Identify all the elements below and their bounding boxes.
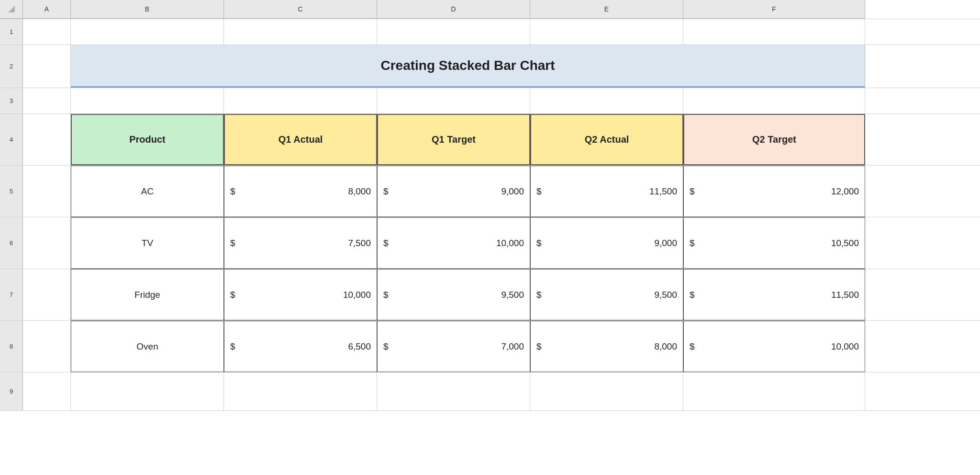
cell-a2[interactable] <box>23 45 71 88</box>
amount-value: 9,000 <box>546 238 677 249</box>
cell-b1[interactable] <box>71 19 224 45</box>
table-cell-q1target-0[interactable]: $ 9,000 <box>377 166 530 217</box>
amount-value: 11,500 <box>699 290 859 300</box>
cell-b9[interactable] <box>71 373 224 410</box>
dollar-sign: $ <box>536 341 542 352</box>
col-header-d[interactable]: D <box>377 0 530 19</box>
cell-b3[interactable] <box>71 88 224 113</box>
cell-a7[interactable] <box>23 269 71 320</box>
col-header-f[interactable]: F <box>683 0 865 19</box>
table-cell-q2target-0[interactable]: $ 12,000 <box>683 166 865 217</box>
cell-a5[interactable] <box>23 166 71 217</box>
table-cell-q1actual-3[interactable]: $ 6,500 <box>224 321 377 372</box>
amount-value: 7,500 <box>239 238 371 249</box>
row-9: 9 <box>0 373 980 411</box>
dollar-sign: $ <box>230 186 235 197</box>
cell-d9[interactable] <box>377 373 530 410</box>
table-cell-q2target-2[interactable]: $ 11,500 <box>683 269 865 320</box>
table-cell-q1target-1[interactable]: $ 10,000 <box>377 217 530 269</box>
dollar-sign: $ <box>536 238 542 249</box>
row-header-2: 2 <box>0 45 23 88</box>
table-cell-q2actual-0[interactable]: $ 11,500 <box>530 166 683 217</box>
dollar-sign: $ <box>230 238 235 249</box>
title-cell: Creating Stacked Bar Chart <box>71 45 865 88</box>
table-header-product: Product <box>71 114 224 165</box>
amount-value: 10,000 <box>239 290 371 300</box>
table-cell-q2target-3[interactable]: $ 10,000 <box>683 321 865 372</box>
cell-e9[interactable] <box>530 373 683 410</box>
cell-d1[interactable] <box>377 19 530 45</box>
row-5: 5 AC $ 8,000 $ 9,000 $ 11,500 $ 12,000 <box>0 166 980 217</box>
row-2: 2 Creating Stacked Bar Chart <box>0 45 980 88</box>
amount-value: 7,000 <box>392 341 524 352</box>
col-header-c[interactable]: C <box>224 0 377 19</box>
cell-a3[interactable] <box>23 88 71 113</box>
cell-f3[interactable] <box>683 88 865 113</box>
amount-value: 6,500 <box>239 341 371 352</box>
dollar-sign: $ <box>690 186 695 197</box>
dollar-sign: $ <box>536 290 542 300</box>
row-6: 6 TV $ 7,500 $ 10,000 $ 9,000 $ 10,500 <box>0 217 980 269</box>
table-cell-q1target-2[interactable]: $ 9,500 <box>377 269 530 320</box>
table-cell-product-0[interactable]: AC <box>71 166 224 217</box>
table-cell-q1target-3[interactable]: $ 7,000 <box>377 321 530 372</box>
col-header-a[interactable]: A <box>23 0 71 19</box>
cell-a6[interactable] <box>23 217 71 269</box>
table-cell-q1actual-0[interactable]: $ 8,000 <box>224 166 377 217</box>
cell-f1[interactable] <box>683 19 865 45</box>
cell-d3[interactable] <box>377 88 530 113</box>
table-header-q2actual: Q2 Actual <box>530 114 683 165</box>
dollar-sign: $ <box>383 238 389 249</box>
amount-value: 9,000 <box>392 186 524 197</box>
dollar-sign: $ <box>383 186 389 197</box>
row-header-3: 3 <box>0 88 23 113</box>
amount-value: 8,000 <box>239 186 371 197</box>
dollar-sign: $ <box>230 290 235 300</box>
col-header-b[interactable]: B <box>71 0 224 19</box>
table-cell-q2actual-2[interactable]: $ 9,500 <box>530 269 683 320</box>
table-cell-product-1[interactable]: TV <box>71 217 224 269</box>
spreadsheet: A B C D E F 1 2 Creating Stacked Bar Cha… <box>0 0 980 475</box>
table-cell-q1actual-1[interactable]: $ 7,500 <box>224 217 377 269</box>
amount-value: 9,500 <box>392 290 524 300</box>
table-cell-product-2[interactable]: Fridge <box>71 269 224 320</box>
amount-value: 9,500 <box>546 290 677 300</box>
row-4: 4 Product Q1 Actual Q1 Target Q2 Actual … <box>0 114 980 166</box>
row-3: 3 <box>0 88 980 114</box>
table-cell-q2actual-3[interactable]: $ 8,000 <box>530 321 683 372</box>
cell-a8[interactable] <box>23 321 71 372</box>
amount-value: 10,000 <box>699 341 859 352</box>
row-1: 1 <box>0 19 980 45</box>
corner-cell <box>0 0 23 19</box>
cell-c1[interactable] <box>224 19 377 45</box>
row-7: 7 Fridge $ 10,000 $ 9,500 $ 9,500 $ 11,5… <box>0 269 980 321</box>
row-header-5: 5 <box>0 166 23 217</box>
table-cell-q2actual-1[interactable]: $ 9,000 <box>530 217 683 269</box>
cell-e3[interactable] <box>530 88 683 113</box>
table-cell-q1actual-2[interactable]: $ 10,000 <box>224 269 377 320</box>
cell-a1[interactable] <box>23 19 71 45</box>
dollar-sign: $ <box>536 186 542 197</box>
cell-f9[interactable] <box>683 373 865 410</box>
table-header-q2target: Q2 Target <box>683 114 865 165</box>
cell-a4[interactable] <box>23 114 71 165</box>
dollar-sign: $ <box>230 341 235 352</box>
cell-c3[interactable] <box>224 88 377 113</box>
row-header-7: 7 <box>0 269 23 320</box>
column-headers-row: A B C D E F <box>0 0 980 19</box>
svg-marker-0 <box>8 6 15 12</box>
amount-value: 11,500 <box>546 186 677 197</box>
row-header-8: 8 <box>0 321 23 372</box>
table-cell-product-3[interactable]: Oven <box>71 321 224 372</box>
dollar-sign: $ <box>383 290 389 300</box>
dollar-sign: $ <box>690 238 695 249</box>
cell-e1[interactable] <box>530 19 683 45</box>
row-header-6: 6 <box>0 217 23 269</box>
cell-a9[interactable] <box>23 373 71 410</box>
cell-c9[interactable] <box>224 373 377 410</box>
table-header-q1target: Q1 Target <box>377 114 530 165</box>
dollar-sign: $ <box>383 341 389 352</box>
col-header-e[interactable]: E <box>530 0 683 19</box>
dollar-sign: $ <box>690 290 695 300</box>
table-cell-q2target-1[interactable]: $ 10,500 <box>683 217 865 269</box>
